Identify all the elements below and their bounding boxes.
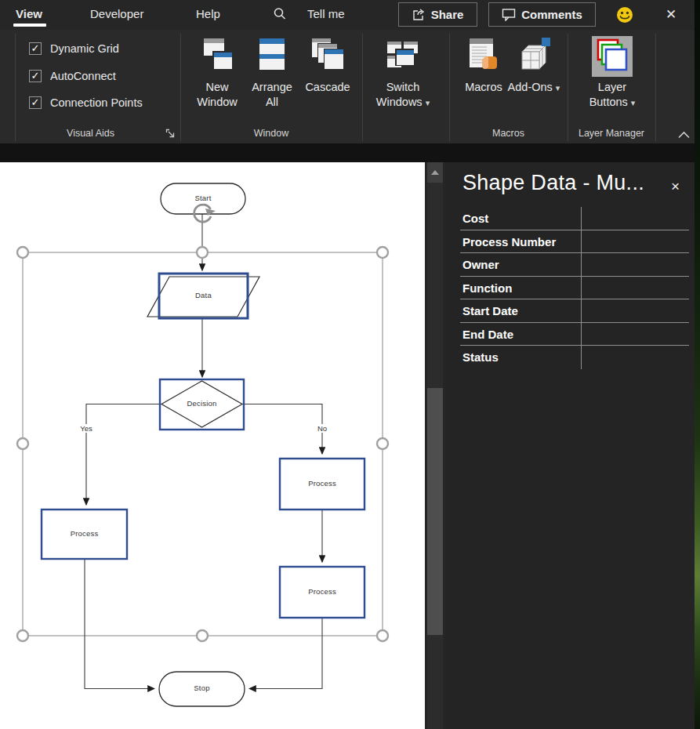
share-label: Share <box>431 8 464 21</box>
drawing-canvas[interactable]: Start Data Decision Yes No Process Proce… <box>0 162 425 729</box>
group-divider <box>449 34 450 141</box>
selection-handle-bottom-right[interactable] <box>377 630 388 641</box>
table-row: Function <box>460 277 689 300</box>
layer-buttons-icon <box>592 36 633 77</box>
visio-window: View Developer Help Tell me Share Commen… <box>0 0 700 729</box>
selection-handle-bottom-center[interactable] <box>197 630 208 641</box>
connector-yes-branch[interactable] <box>86 404 161 506</box>
tell-me[interactable]: Tell me <box>307 7 345 20</box>
dropdown-caret-icon: ▾ <box>556 83 560 92</box>
share-icon <box>412 9 426 21</box>
macros-label: Macros <box>456 80 511 95</box>
layer-buttons-label: Layer Buttons ▾ <box>585 80 640 111</box>
data-shape-label: Data <box>159 291 248 299</box>
field-value-end-date[interactable] <box>582 323 689 346</box>
checkbox-label: Dynamic Grid <box>50 42 119 55</box>
shape-data-title: Shape Data - Mu... <box>462 171 644 195</box>
macros-button[interactable]: Macros <box>455 36 512 95</box>
layer-buttons-button[interactable]: Layer Buttons ▾ <box>584 36 640 111</box>
selection-handle-bottom-left[interactable] <box>17 630 28 641</box>
table-row: End Date <box>460 323 689 346</box>
table-row: Cost <box>460 207 689 230</box>
group-divider <box>362 34 363 141</box>
selection-handle-top-right[interactable] <box>377 247 388 258</box>
dropdown-caret-icon: ▾ <box>631 98 636 107</box>
cascade-label: Cascade <box>300 80 355 95</box>
checkbox-check: ✓ <box>29 96 42 109</box>
add-ons-button[interactable]: Add-Ons ▾ <box>506 36 562 96</box>
field-value-status[interactable] <box>582 346 689 369</box>
flowchart-svg <box>0 162 425 729</box>
field-value-start-date[interactable] <box>582 299 689 322</box>
comments-label: Comments <box>521 8 582 21</box>
dialog-launcher-icon[interactable] <box>165 129 176 139</box>
selection-handle-top-center[interactable] <box>197 247 208 258</box>
cascade-icon <box>310 36 346 77</box>
ribbon-canvas-separator <box>0 143 695 162</box>
add-ons-icon <box>516 36 552 77</box>
scroll-up-arrow-icon <box>430 169 440 176</box>
table-row: Status <box>460 346 689 369</box>
ribbon: ✓ Dynamic Grid ✓ AutoConnect ✓ Connectio… <box>0 30 695 143</box>
connector-right-stop[interactable] <box>249 618 322 689</box>
group-label-window: Window <box>180 128 362 139</box>
checkbox-check: ✓ <box>29 42 42 55</box>
checkbox-autoconnect[interactable]: ✓ AutoConnect <box>29 70 116 82</box>
switch-windows-button[interactable]: Switch Windows ▾ <box>375 36 431 111</box>
field-label-function: Function <box>460 277 582 299</box>
collapse-ribbon-icon[interactable] <box>677 130 691 140</box>
field-label-end-date: End Date <box>460 323 582 346</box>
scrollbar-up-button[interactable] <box>427 162 443 183</box>
selection-handle-top-left[interactable] <box>17 247 28 258</box>
arrange-all-icon <box>254 36 290 77</box>
desktop-background-edge <box>695 0 700 729</box>
field-value-cost[interactable] <box>582 207 689 230</box>
group-divider <box>180 34 181 141</box>
tab-help[interactable]: Help <box>196 7 220 20</box>
group-label-visual-aids: Visual Aids <box>15 128 166 139</box>
group-divider <box>655 34 656 141</box>
group-divider <box>568 34 568 141</box>
comment-icon <box>502 8 516 21</box>
checkbox-check: ✓ <box>29 70 42 82</box>
shape-data-table: Cost Process Number Owner Function Start… <box>460 207 689 369</box>
no-branch-label: No <box>310 424 334 433</box>
table-row: Start Date <box>460 299 689 323</box>
window-close-button[interactable]: ✕ <box>666 6 676 23</box>
new-window-button[interactable]: New Window <box>189 36 245 110</box>
share-button[interactable]: Share <box>398 2 477 27</box>
panel-close-button[interactable]: × <box>671 178 680 195</box>
table-row: Process Number <box>460 230 689 254</box>
field-label-cost: Cost <box>460 207 582 230</box>
search-icon[interactable] <box>273 7 287 21</box>
vertical-scrollbar[interactable] <box>425 162 445 729</box>
checkbox-label: Connection Points <box>50 96 143 109</box>
scrollbar-thumb[interactable] <box>427 388 443 635</box>
selection-handle-mid-left[interactable] <box>17 438 28 449</box>
macros-icon <box>466 36 502 77</box>
cascade-button[interactable]: Cascade <box>299 36 356 95</box>
start-shape-label: Start <box>161 194 245 202</box>
field-value-owner[interactable] <box>582 253 689 276</box>
active-tab-underline <box>13 24 46 27</box>
tab-developer[interactable]: Developer <box>90 7 143 20</box>
checkbox-dynamic-grid[interactable]: ✓ Dynamic Grid <box>29 42 119 55</box>
add-ons-label: Add-Ons ▾ <box>506 80 561 96</box>
comments-button[interactable]: Comments <box>488 2 596 27</box>
group-label-macros: Macros <box>449 128 568 139</box>
switch-windows-label: Switch Windows ▾ <box>375 80 430 111</box>
field-label-status: Status <box>460 346 582 369</box>
feedback-smiley-icon[interactable] <box>616 6 633 24</box>
arrange-all-button[interactable]: Arrange All <box>244 36 300 110</box>
connector-left-stop[interactable] <box>85 559 154 689</box>
group-label-layer-manager: Layer Manager <box>568 128 655 139</box>
checkbox-connection-points[interactable]: ✓ Connection Points <box>29 96 143 109</box>
field-value-process-number[interactable] <box>582 230 689 253</box>
field-value-function[interactable] <box>582 277 689 299</box>
stop-shape-label: Stop <box>159 684 245 692</box>
selection-handle-mid-right[interactable] <box>377 438 388 449</box>
process-right-1-label: Process <box>280 479 365 488</box>
field-label-owner: Owner <box>460 253 582 276</box>
tab-view[interactable]: View <box>16 7 42 20</box>
titlebar: View Developer Help Tell me Share Commen… <box>0 0 695 30</box>
